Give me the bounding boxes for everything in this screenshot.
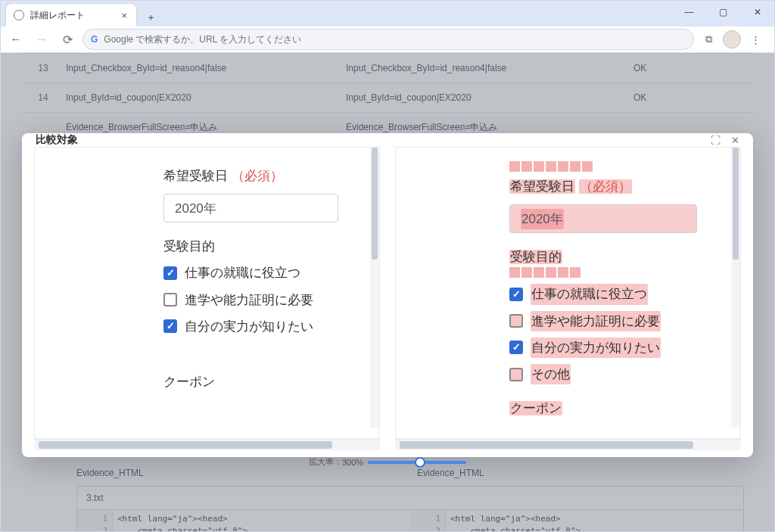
- window-maximize-button[interactable]: ▢: [706, 1, 740, 23]
- extensions-icon[interactable]: ⧉: [699, 30, 718, 49]
- close-tab-icon[interactable]: ×: [121, 10, 127, 21]
- omnibox-placeholder: Google で検索するか、URL を入力してください: [104, 33, 301, 46]
- omnibox[interactable]: G Google で検索するか、URL を入力してください: [82, 29, 694, 50]
- diff-marker: [509, 161, 721, 172]
- new-tab-button[interactable]: ＋: [142, 8, 160, 26]
- zoom-slider-handle[interactable]: [415, 457, 425, 468]
- checkbox-icon[interactable]: ✓: [509, 341, 523, 354]
- modal-title: 比較対象: [36, 133, 78, 147]
- checkbox-icon[interactable]: [509, 368, 523, 381]
- right-pane: 希望受験日 （必須） 2020年 受験目的 ✓: [395, 147, 741, 450]
- date-select[interactable]: 2020年: [163, 194, 338, 222]
- purpose-label: 受験目的: [163, 236, 215, 257]
- purpose-label: 受験目的: [509, 247, 562, 267]
- checkbox-icon[interactable]: [163, 293, 177, 306]
- diff-marker: [509, 267, 721, 278]
- tab-favicon-icon: [14, 10, 24, 20]
- date-label: 希望受験日: [163, 166, 228, 186]
- checkbox-icon[interactable]: [509, 314, 523, 328]
- horizontal-scrollbar[interactable]: [34, 439, 380, 450]
- search-icon: G: [91, 34, 98, 45]
- checkbox-row[interactable]: ✓ 自分の実力が知りたい: [163, 316, 359, 337]
- checkbox-row[interactable]: ✓ 自分の実力が知りたい: [509, 338, 721, 358]
- tab-bar: 詳細レポート × ＋ — ▢ ✕: [1, 1, 774, 26]
- back-button[interactable]: ←: [5, 29, 26, 50]
- checkbox-row[interactable]: 進学や能力証明に必要: [509, 311, 721, 331]
- horizontal-scrollbar[interactable]: [395, 439, 741, 450]
- left-pane: 希望受験日 （必須） 2020年 受験目的 ✓ 仕事の就職に役立つ: [34, 147, 380, 450]
- menu-icon[interactable]: ⋮: [745, 30, 765, 49]
- checkbox-icon[interactable]: ✓: [509, 288, 523, 301]
- compare-modal: 比較対象 ⛶ ✕ 希望受験日 （必須） 202: [22, 133, 753, 457]
- required-label: （必須）: [579, 179, 632, 194]
- window-close-button[interactable]: ✕: [740, 1, 774, 23]
- zoom-value: 300%: [342, 458, 363, 467]
- date-label: 希望受験日: [509, 176, 575, 197]
- profile-avatar[interactable]: [723, 30, 741, 48]
- address-bar: ← → ⟳ G Google で検索するか、URL を入力してください ⧉ ⋮: [1, 26, 774, 53]
- checkbox-row[interactable]: 進学や能力証明に必要: [163, 290, 359, 310]
- zoom-slider[interactable]: [368, 461, 466, 464]
- checkbox-icon[interactable]: ✓: [163, 266, 177, 280]
- date-select[interactable]: 2020年: [509, 204, 697, 233]
- vertical-scrollbar[interactable]: [731, 148, 740, 428]
- tab-title: 詳細レポート: [30, 9, 115, 22]
- required-label: （必須）: [232, 169, 283, 183]
- checkbox-row[interactable]: ✓ 仕事の就職に役立つ: [163, 263, 359, 283]
- reload-button[interactable]: ⟳: [57, 29, 78, 50]
- zoom-footer: 拡大率： 300%: [22, 456, 753, 468]
- browser-tab[interactable]: 詳細レポート ×: [5, 3, 137, 26]
- window-minimize-button[interactable]: —: [672, 1, 706, 23]
- checkbox-row[interactable]: その他: [509, 364, 721, 384]
- zoom-label: 拡大率：: [309, 456, 342, 468]
- checkbox-icon[interactable]: ✓: [163, 319, 177, 333]
- forward-button[interactable]: →: [31, 29, 52, 50]
- coupon-label: クーポン: [509, 398, 562, 418]
- checkbox-row[interactable]: ✓ 仕事の就職に役立つ: [509, 284, 721, 304]
- coupon-label: クーポン: [163, 372, 215, 392]
- fullscreen-icon[interactable]: ⛶: [711, 135, 721, 146]
- vertical-scrollbar[interactable]: [370, 148, 379, 428]
- close-icon[interactable]: ✕: [731, 135, 739, 146]
